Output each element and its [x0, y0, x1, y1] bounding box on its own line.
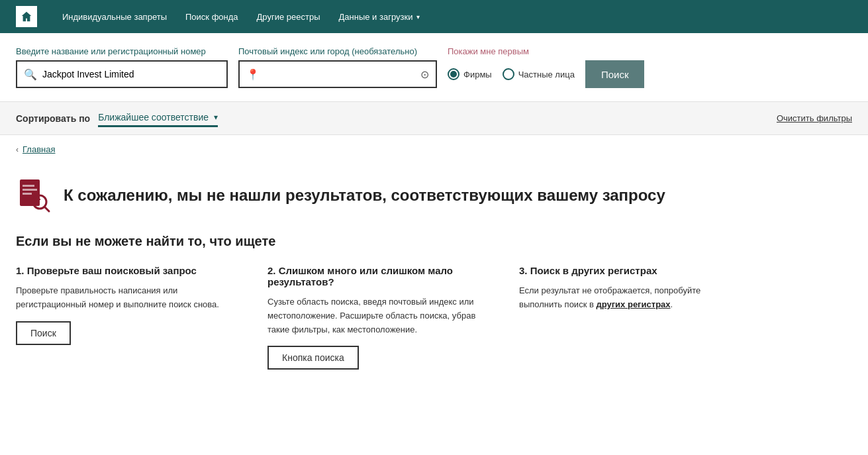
show-me-label: Покажи мне первым — [448, 46, 575, 56]
location-field-label: Почтовый индекс или город (необязательно… — [238, 46, 437, 56]
name-field-label: Введите название или регистрационный ном… — [16, 46, 228, 56]
location-search-field: Почтовый индекс или город (необязательно… — [238, 46, 437, 88]
search-button[interactable]: Поиск — [585, 60, 645, 88]
search-icon: 🔍 — [24, 68, 37, 81]
nav-fund-search[interactable]: Поиск фонда — [176, 0, 248, 33]
nav-bar: Индивидуальные запреты Поиск фонда Други… — [0, 0, 868, 33]
help-col-2-body: Сузьте область поиска, введя почтовый ин… — [267, 295, 493, 336]
clear-filters-button[interactable]: Очистить фильтры — [777, 113, 852, 123]
search-row: Введите название или регистрационный ном… — [16, 46, 852, 88]
radio-group: Фирмы Частные лица — [448, 60, 575, 88]
location-pin-icon: 📍 — [246, 68, 260, 81]
breadcrumb: ‹ Главная — [0, 135, 868, 164]
nav-data-downloads[interactable]: Данные и загрузки ▾ — [330, 0, 430, 33]
help-col-1: 1. Проверьте ваш поисковый запрос Провер… — [16, 265, 241, 370]
nav-individual-bans[interactable]: Индивидуальные запреты — [53, 0, 176, 33]
help-col-1-body: Проверьте правильность написания или рег… — [16, 284, 241, 312]
radio-companies-label: Фирмы — [463, 70, 492, 79]
home-button[interactable] — [16, 6, 37, 27]
gps-icon[interactable]: ⊙ — [420, 68, 429, 81]
main-content: К сожалению, мы не нашли результатов, со… — [0, 164, 868, 396]
location-input-wrap: 📍 ⊙ — [238, 60, 437, 88]
name-search-field: Введите название или регистрационный ном… — [16, 46, 228, 88]
no-results-icon — [16, 177, 53, 214]
sort-chevron-icon: ▾ — [214, 113, 218, 122]
help-search-button-2[interactable]: Кнопка поиска — [267, 346, 359, 370]
help-col-2: 2. Слишком много или слишком мало резуль… — [267, 265, 493, 370]
help-col-1-heading: 1. Проверьте ваш поисковый запрос — [16, 265, 241, 276]
help-search-button-1[interactable]: Поиск — [16, 321, 71, 345]
location-input[interactable] — [265, 69, 420, 79]
radio-persons[interactable]: Частные лица — [503, 68, 575, 80]
sort-value: Ближайшее соответствие — [98, 112, 209, 123]
other-registries-link[interactable]: других регистрах — [596, 299, 670, 309]
help-columns: 1. Проверьте ваш поисковый запрос Провер… — [16, 265, 852, 370]
help-col-3-heading: 3. Поиск в других регистрах — [519, 265, 744, 276]
radio-persons-circle[interactable] — [503, 68, 514, 80]
svg-rect-1 — [23, 185, 34, 187]
radio-persons-label: Частные лица — [518, 70, 575, 79]
svg-line-5 — [44, 207, 49, 211]
sort-label: Сортировать по — [16, 113, 90, 124]
help-section-title: Если вы не можете найти то, что ищете — [16, 234, 852, 249]
sort-dropdown[interactable]: Ближайшее соответствие ▾ — [98, 109, 218, 127]
name-input-wrap: 🔍 — [16, 60, 228, 88]
radio-companies[interactable]: Фирмы — [448, 68, 492, 80]
sort-bar: Сортировать по Ближайшее соответствие ▾ … — [0, 102, 868, 135]
nav-other-registries[interactable]: Другие реестры — [248, 0, 330, 33]
svg-rect-3 — [23, 193, 32, 195]
no-results-header: К сожалению, мы не нашли результатов, со… — [16, 177, 852, 214]
show-me-field: Покажи мне первым Фирмы Частные лица — [448, 46, 575, 88]
svg-rect-2 — [23, 189, 37, 191]
radio-companies-circle[interactable] — [448, 68, 459, 80]
chevron-down-icon: ▾ — [416, 13, 420, 21]
no-results-title: К сожалению, мы не нашли результатов, со… — [64, 186, 665, 205]
back-chevron-icon: ‹ — [16, 145, 19, 154]
home-breadcrumb-link[interactable]: Главная — [23, 144, 55, 154]
help-col-3: 3. Поиск в других регистрах Если результ… — [519, 265, 744, 370]
name-input[interactable] — [42, 69, 220, 79]
search-section: Введите название или регистрационный ном… — [0, 33, 868, 102]
help-col-2-heading: 2. Слишком много или слишком мало резуль… — [267, 265, 493, 287]
help-col-3-body: Если результат не отображается, попробуй… — [519, 284, 744, 312]
